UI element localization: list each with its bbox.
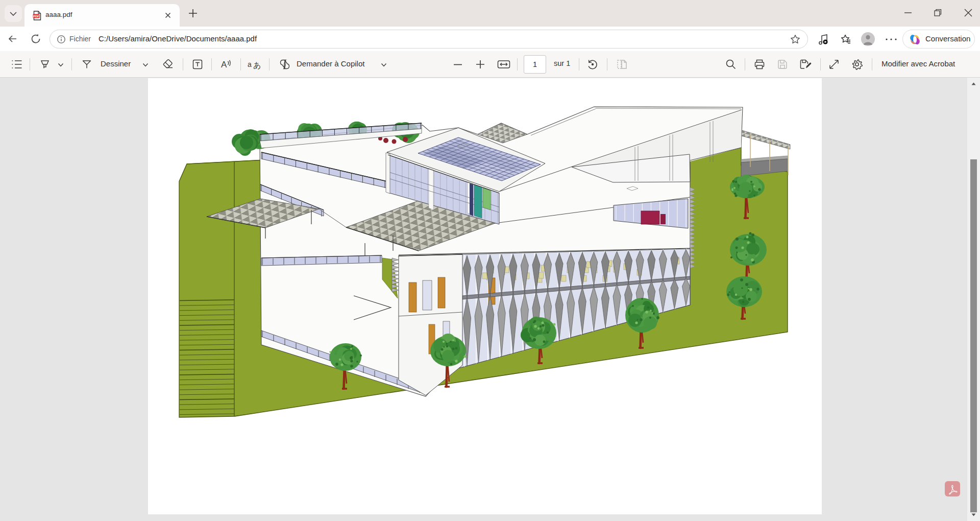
svg-text:A: A	[221, 60, 227, 69]
svg-text:あ: あ	[253, 61, 261, 69]
svg-text:a: a	[248, 60, 252, 68]
svg-text:PDF: PDF	[33, 15, 39, 18]
